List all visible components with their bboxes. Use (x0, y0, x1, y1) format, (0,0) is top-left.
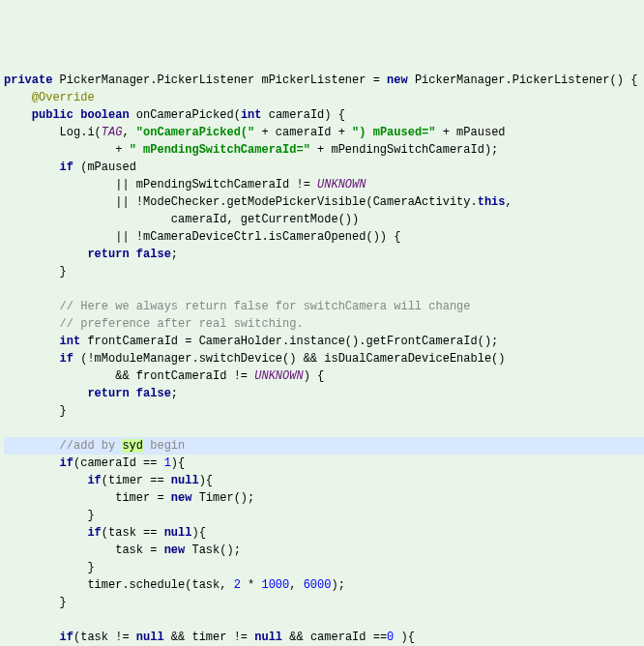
code-token-kw: if (60, 352, 73, 366)
code-token-kw: new (164, 543, 186, 557)
code-line[interactable]: if (mPaused (4, 159, 644, 176)
code-token-plain: || !ModeChecker.getModePickerVisible(Cam… (4, 195, 478, 209)
code-token-comment: //add by (60, 439, 123, 453)
code-token-plain (4, 474, 87, 487)
code-line[interactable] (4, 280, 644, 298)
code-token-plain: (task == (102, 526, 164, 540)
code-line[interactable]: task = new Task(); (4, 542, 644, 559)
code-line[interactable]: } (4, 263, 644, 280)
code-token-plain: Timer(); (191, 491, 254, 505)
code-line[interactable]: if(task != null && timer != null && came… (4, 629, 644, 646)
code-token-plain: Task(); (185, 543, 241, 557)
code-token-plain: * (241, 578, 262, 592)
code-token-mark: syd (122, 439, 143, 453)
code-token-plain: ; (171, 387, 178, 400)
code-line[interactable]: || !mCameraDeviceCtrl.isCameraOpened()) … (4, 228, 644, 246)
code-token-kw: return (87, 387, 129, 400)
code-token-plain: && timer != (164, 631, 255, 644)
code-token-plain: (task != (73, 631, 136, 644)
code-token-plain: } (4, 404, 67, 418)
code-line[interactable]: //add by syd begin (4, 437, 644, 455)
code-token-kw: false (136, 387, 171, 400)
code-token-kw: null (171, 474, 199, 487)
code-token-plain: } (4, 596, 67, 609)
code-line[interactable]: } (4, 402, 644, 420)
code-token-plain: (timer == (102, 474, 171, 487)
code-token-plain (4, 317, 60, 331)
code-token-comment: // preference after real switching. (60, 317, 304, 331)
code-line[interactable]: } (4, 559, 644, 576)
code-editor[interactable]: private PickerManager.PickerListener mPi… (0, 70, 644, 646)
code-token-plain: + mPaused (436, 126, 506, 139)
code-token-plain: Log.i( (4, 126, 102, 139)
code-line[interactable]: if (!mModuleManager.switchDevice() && is… (4, 350, 644, 367)
code-token-plain: , (289, 578, 303, 592)
code-line[interactable]: + " mPendingSwitchCameraId=" + mPendingS… (4, 141, 644, 159)
code-token-plain: && frontCameraId != (4, 369, 254, 383)
code-token-kw: boolean (80, 108, 129, 122)
code-token-kw: null (136, 631, 164, 644)
code-token-plain: || !mCameraDeviceCtrl.isCameraOpened()) … (4, 230, 400, 244)
code-line[interactable]: // Here we always return false for switc… (4, 298, 644, 315)
code-line[interactable]: } (4, 507, 644, 524)
code-token-plain: (mPaused (73, 161, 136, 174)
code-token-plain (4, 91, 32, 104)
code-token-kw: new (387, 73, 408, 87)
code-line[interactable]: Log.i(TAG, "onCameraPicked(" + cameraId … (4, 124, 644, 141)
code-token-plain: cameraId) { (261, 108, 344, 122)
code-token-plain (130, 387, 136, 400)
code-token-num: 2 (234, 578, 241, 592)
code-line[interactable]: public boolean onCameraPicked(int camera… (4, 106, 644, 124)
code-line[interactable]: timer.schedule(task, 2 * 1000, 6000); (4, 576, 644, 594)
code-line[interactable]: int frontCameraId = CameraHolder.instanc… (4, 333, 644, 350)
code-token-plain: PickerManager.PickerListener mPickerList… (52, 73, 387, 87)
code-token-plain: , (506, 195, 512, 209)
code-line[interactable]: if(cameraId == 1){ (4, 455, 644, 472)
code-token-kw: false (136, 248, 171, 261)
code-token-plain (4, 352, 60, 366)
code-line[interactable] (4, 420, 644, 437)
code-token-plain: + cameraId + (254, 126, 352, 139)
code-line[interactable]: return false; (4, 246, 644, 263)
code-token-plain (4, 108, 32, 122)
code-token-plain (4, 439, 60, 453)
code-token-plain: (cameraId == (73, 456, 164, 470)
code-token-plain: (!mModuleManager.switchDevice() && isDua… (73, 352, 505, 366)
code-line[interactable]: || !ModeChecker.getModePickerVisible(Cam… (4, 193, 644, 211)
code-line[interactable]: timer = new Timer(); (4, 489, 644, 507)
code-line[interactable]: if(task == null){ (4, 524, 644, 542)
code-token-num: 6000 (304, 578, 332, 592)
code-line[interactable]: || mPendingSwitchCameraId != UNKNOWN (4, 176, 644, 193)
code-token-plain: } (4, 509, 95, 522)
code-token-plain: || mPendingSwitchCameraId != (4, 178, 317, 191)
code-token-plain: frontCameraId = CameraHolder.instance().… (80, 335, 498, 348)
code-token-kw: null (164, 526, 192, 540)
code-token-plain (4, 300, 60, 313)
code-token-plain: ){ (394, 631, 415, 644)
code-line[interactable]: } (4, 594, 644, 611)
code-token-plain: task = (4, 543, 164, 557)
code-token-plain (4, 387, 87, 400)
code-line[interactable]: return false; (4, 385, 644, 402)
code-token-kw: if (60, 161, 73, 174)
code-token-kw: if (60, 456, 73, 470)
code-line[interactable]: cameraId, getCurrentMode()) (4, 211, 644, 228)
code-line[interactable]: @Override (4, 89, 644, 106)
code-token-kw: if (87, 526, 101, 540)
code-token-plain (4, 335, 60, 348)
code-token-kw: if (87, 474, 101, 487)
code-token-kw: int (241, 108, 262, 122)
code-token-plain: ){ (191, 526, 205, 540)
code-line[interactable]: if(timer == null){ (4, 472, 644, 489)
code-line[interactable] (4, 611, 644, 629)
code-token-plain (4, 526, 87, 540)
code-token-plain (4, 631, 60, 644)
code-line[interactable]: // preference after real switching. (4, 315, 644, 333)
code-line[interactable]: && frontCameraId != UNKNOWN) { (4, 367, 644, 385)
code-token-comment: // Here we always return false for switc… (60, 300, 471, 313)
code-token-anno: @Override (32, 91, 95, 104)
code-token-str: ") mPaused=" (352, 126, 435, 139)
code-line[interactable]: private PickerManager.PickerListener mPi… (4, 72, 644, 89)
code-token-plain: timer = (4, 491, 171, 505)
code-token-num: 1000 (261, 578, 289, 592)
